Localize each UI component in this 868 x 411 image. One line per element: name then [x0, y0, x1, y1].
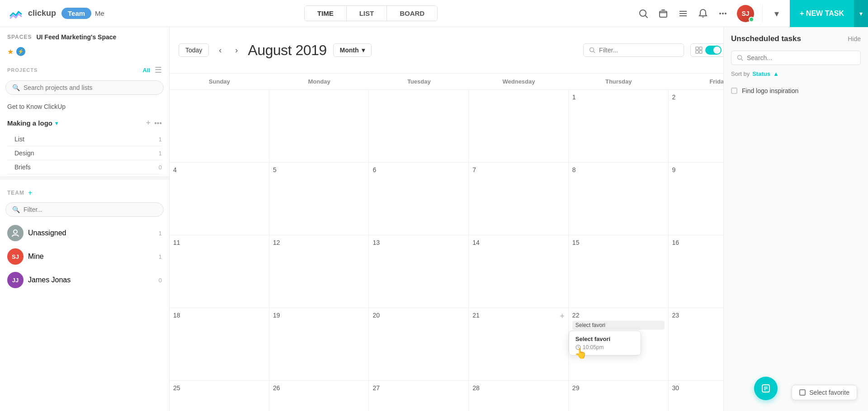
new-task-dropdown-button[interactable]: ▾	[854, 0, 868, 27]
more-options-icon[interactable]	[717, 8, 729, 19]
new-task-button[interactable]: + NEW TASK	[790, 0, 854, 27]
sidebar-collapse-icon[interactable]: ☰	[155, 65, 162, 75]
search-icon[interactable]	[637, 8, 649, 19]
cell-empty-1	[170, 90, 269, 162]
team-section: TEAM +	[0, 182, 169, 200]
view-toggle[interactable]	[705, 46, 722, 55]
bottom-task-bar[interactable]: Select favorite	[792, 385, 857, 400]
date-number: 13	[373, 239, 465, 246]
team-badge[interactable]: Team	[61, 8, 91, 19]
svg-rect-14	[699, 47, 702, 50]
panel-search-input[interactable]	[747, 54, 855, 61]
projects-label: PROJECTS	[7, 67, 38, 73]
day-header-monday: Monday	[269, 74, 369, 89]
project-header: Making a logo ▾ + •••	[0, 114, 169, 132]
top-nav: clickup Team Me TIME LIST BOARD SJ ▾	[0, 0, 868, 27]
bottom-fab-button[interactable]	[754, 377, 778, 400]
cell-aug-21: 21 +	[469, 308, 569, 380]
search-icon-sm: 🔍	[12, 84, 20, 91]
sublist-item-briefs[interactable]: Briefs 0	[7, 160, 162, 174]
cell-aug-22: 22 Select favori Select favori 10:05pm 👆	[569, 308, 669, 380]
cell-aug-6: 6	[369, 163, 469, 235]
prev-month-button[interactable]: ‹	[215, 44, 225, 57]
month-selector[interactable]: Month ▾	[333, 43, 372, 57]
task-chip-select-fav[interactable]: Select favori	[572, 321, 665, 330]
calendar-filter-field[interactable]	[599, 47, 678, 54]
favorite-star-icon[interactable]: ★	[7, 47, 14, 56]
projects-all-button[interactable]: All	[142, 67, 150, 74]
add-sublist-icon[interactable]: +	[146, 118, 151, 128]
notification-icon[interactable]	[697, 8, 709, 19]
member-unassigned[interactable]: Unassigned 1	[0, 221, 169, 245]
project-more-icon[interactable]: •••	[154, 119, 162, 127]
add-team-button[interactable]: +	[28, 189, 32, 197]
date-number: 6	[373, 166, 465, 173]
member-count: 0	[159, 277, 162, 284]
sublist-item-design[interactable]: Design 1	[7, 146, 162, 160]
projects-search-box: 🔍	[5, 80, 164, 95]
team-filter-input[interactable]	[24, 206, 157, 213]
sublist-item-list[interactable]: List 1	[7, 132, 162, 146]
sort-status-button[interactable]: Status	[752, 70, 770, 77]
priority-bolt-icon[interactable]: ⚡	[16, 47, 25, 56]
member-james[interactable]: JJ James Jonas 0	[0, 268, 169, 292]
list-view-icon[interactable]	[677, 8, 689, 19]
sidebar-item-label: Get to Know ClickUp	[7, 103, 66, 110]
item-checkbox[interactable]	[731, 88, 737, 94]
date-number: 11	[173, 239, 265, 246]
member-info: Unassigned	[7, 225, 66, 241]
date-number: 19	[273, 312, 365, 319]
project-name[interactable]: Making a logo ▾	[7, 119, 58, 127]
sidebar-item-get-to-know[interactable]: Get to Know ClickUp	[0, 99, 169, 114]
cell-empty-3	[369, 90, 469, 162]
svg-point-22	[738, 56, 742, 60]
project-sublists: List 1 Design 1 Briefs 0	[0, 132, 169, 174]
box-icon[interactable]	[657, 8, 669, 19]
bottom-task-checkbox[interactable]	[799, 389, 806, 396]
svg-point-11	[590, 48, 594, 52]
day-header-sunday: Sunday	[170, 74, 269, 89]
tab-time[interactable]: TIME	[305, 6, 347, 21]
team-label: TEAM	[7, 190, 24, 196]
date-number: 5	[273, 166, 365, 173]
member-count: 1	[159, 253, 162, 260]
james-avatar: JJ	[7, 272, 24, 288]
cell-aug-5: 5	[269, 163, 369, 235]
cell-aug-13: 13	[369, 235, 469, 308]
cell-aug-1: 1	[569, 90, 669, 162]
cell-aug-7: 7	[469, 163, 569, 235]
day-header-thursday: Thursday	[569, 74, 669, 89]
cell-aug-11: 11	[170, 235, 269, 308]
projects-search-input[interactable]	[24, 84, 157, 91]
logo-area: clickup	[7, 5, 56, 22]
clickup-logo[interactable]	[7, 5, 24, 22]
space-name[interactable]: UI Feed Marketing's Space	[36, 33, 116, 41]
sublist-name: Briefs	[14, 163, 31, 171]
svg-rect-15	[696, 51, 698, 53]
svg-point-9	[725, 13, 726, 14]
today-button[interactable]: Today	[179, 43, 209, 57]
tab-list[interactable]: LIST	[347, 6, 387, 21]
filter-icon: 🔍	[12, 206, 20, 213]
filter-search-icon	[589, 47, 595, 53]
project-expand-icon[interactable]: ▾	[55, 120, 58, 126]
day-header-tuesday: Tuesday	[369, 74, 469, 89]
user-avatar[interactable]: SJ	[737, 5, 754, 22]
next-month-button[interactable]: ›	[231, 44, 241, 57]
nav-right: SJ ▾	[637, 5, 783, 23]
member-mine[interactable]: SJ Mine 1	[0, 245, 169, 268]
tab-board[interactable]: BOARD	[387, 6, 437, 21]
month-selector-label: Month	[340, 47, 359, 54]
cell-empty-2	[269, 90, 369, 162]
date-number: 8	[572, 166, 665, 173]
add-task-icon[interactable]: +	[560, 312, 565, 321]
hide-button[interactable]: Hide	[848, 35, 861, 42]
me-label[interactable]: Me	[95, 9, 104, 17]
sublist-count: 1	[159, 150, 162, 157]
date-number: 21	[472, 312, 565, 319]
cell-aug-4: 4	[170, 163, 269, 235]
dropdown-arrow-icon[interactable]: ▾	[771, 8, 783, 19]
date-number: 18	[173, 312, 265, 319]
panel-title: Unscheduled tasks	[731, 34, 801, 43]
toggle-area	[690, 43, 726, 57]
